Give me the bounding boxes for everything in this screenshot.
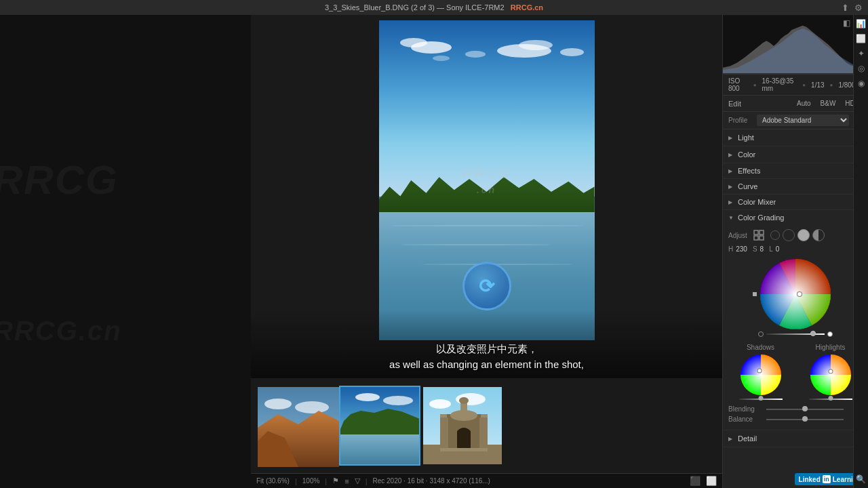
highlights-slider[interactable] bbox=[809, 399, 852, 400]
highlights-wheel-svg bbox=[809, 353, 852, 396]
playback-icon[interactable]: ⬜ bbox=[706, 476, 717, 486]
svg-point-11 bbox=[429, 399, 451, 409]
section-light-header[interactable]: ▶ Light 👁 bbox=[723, 129, 868, 146]
profile-select[interactable]: Adobe Standard bbox=[757, 115, 849, 126]
color-chevron: ▶ bbox=[728, 152, 735, 158]
color-mixer-chevron: ▶ bbox=[728, 199, 735, 205]
adjust-icon-half-bw[interactable] bbox=[812, 229, 825, 241]
titlebar: 3_3_Skies_Bluer_B.DNG (2 of 3) — Sony IL… bbox=[0, 0, 868, 15]
bw-tab[interactable]: B&W bbox=[818, 98, 839, 108]
sh-row: Shadows bbox=[728, 344, 863, 400]
light-chevron: ▶ bbox=[728, 135, 735, 141]
photo-canvas: RRCG .cn bbox=[379, 20, 595, 340]
highlights-label: Highlights bbox=[816, 344, 846, 351]
linkedin-text: Linked bbox=[799, 476, 821, 483]
filename-text: 3_3_Skies_Bluer_B.DNG (2 of 3) — Sony IL… bbox=[325, 3, 505, 12]
color-wheel-dot[interactable] bbox=[797, 291, 802, 297]
shadows-slider[interactable] bbox=[739, 399, 783, 400]
balance-thumb bbox=[802, 416, 808, 422]
auto-tab[interactable]: Auto bbox=[794, 98, 814, 108]
brand-text: RRCG.cn bbox=[511, 3, 543, 12]
crop-icon[interactable]: ⬜ bbox=[855, 33, 867, 45]
lum-max-indicator bbox=[827, 331, 833, 337]
zoom-pct-label: 100% bbox=[302, 477, 320, 485]
shadows-wheel[interactable] bbox=[739, 353, 783, 396]
masking-icon[interactable]: ◎ bbox=[855, 62, 867, 75]
section-color-mixer-header[interactable]: ▶ Color Mixer ●● bbox=[723, 195, 868, 209]
svg-rect-22 bbox=[754, 230, 758, 235]
svg-rect-24 bbox=[754, 236, 758, 240]
titlebar-icons: ⬆ ⚙ bbox=[842, 3, 863, 13]
cloud-5 bbox=[465, 51, 486, 58]
subtitle-en: as well as changing an element in the sh… bbox=[389, 359, 584, 370]
section-light: ▶ Light 👁 bbox=[723, 129, 868, 146]
color-wheel-svg bbox=[758, 257, 833, 331]
histogram-toggle-icon[interactable]: 📊 bbox=[855, 18, 867, 30]
settings-icon[interactable]: ⚙ bbox=[854, 3, 863, 13]
lum-slider-row bbox=[758, 331, 833, 337]
hsl-row: H 230 S 8 L 0 bbox=[728, 245, 863, 253]
svg-rect-17 bbox=[479, 418, 488, 448]
main-color-wheel[interactable] bbox=[758, 257, 833, 331]
zoom-search-icon[interactable]: 🔍 bbox=[855, 473, 867, 485]
filter-icon[interactable]: ▽ bbox=[355, 476, 360, 485]
list-icon[interactable]: ≡ bbox=[344, 477, 349, 485]
bg-watermark-2: RRCG.cn bbox=[0, 316, 122, 346]
hue-value: 230 bbox=[736, 245, 747, 253]
adjust-icon-small[interactable] bbox=[770, 230, 780, 240]
healing-icon[interactable]: ✦ bbox=[855, 47, 867, 60]
main-color-wheel-container bbox=[728, 257, 863, 340]
filmstrip-thumb-lake[interactable] bbox=[339, 386, 420, 466]
svg-point-7 bbox=[383, 396, 413, 405]
effects-chevron: ▶ bbox=[728, 168, 735, 174]
subtitle-overlay: 以及改变照片中元素， as well as changing an elemen… bbox=[251, 310, 722, 378]
thumb-desert-img bbox=[258, 387, 336, 464]
highlights-wheel[interactable] bbox=[809, 353, 852, 396]
lum-label: L bbox=[769, 245, 773, 253]
shutter1-value: 1/13 bbox=[811, 81, 824, 89]
section-color-grading: ▼ Color Grading ●● Adjust bbox=[723, 210, 868, 430]
profile-label: Profile bbox=[728, 117, 754, 124]
svg-rect-23 bbox=[760, 230, 764, 235]
blending-label: Blending bbox=[728, 405, 764, 413]
flag-icon[interactable]: ⚑ bbox=[332, 476, 339, 485]
water-reflection-2 bbox=[400, 244, 551, 245]
balance-label: Balance bbox=[728, 415, 764, 423]
blending-thumb bbox=[802, 406, 808, 411]
highlights-wheel-dot bbox=[828, 369, 833, 373]
section-effects-header[interactable]: ▶ Effects ●● bbox=[723, 163, 868, 178]
lake-svg bbox=[340, 387, 419, 464]
playback-stop-icon[interactable]: ⬛ bbox=[690, 476, 701, 486]
blending-slider[interactable] bbox=[766, 409, 844, 410]
adjust-icon-grid[interactable] bbox=[753, 229, 765, 241]
left-dark-panel: RRCG RRCG.cn CS CS bbox=[0, 15, 251, 488]
blending-row: Blending 50 bbox=[728, 405, 863, 413]
histogram-clipping-shadows[interactable]: ◧ bbox=[841, 18, 852, 28]
lum-slider[interactable] bbox=[766, 333, 825, 335]
sat-label: S bbox=[753, 245, 757, 253]
zoom-fit-label: Fit (30.6%) bbox=[256, 477, 290, 485]
wheel-marker-left bbox=[753, 292, 757, 296]
shadows-item: Shadows bbox=[728, 344, 793, 400]
filmstrip-thumb-building[interactable] bbox=[422, 386, 503, 466]
section-curve-header[interactable]: ▶ Curve ●● bbox=[723, 179, 868, 194]
section-effects: ▶ Effects ●● bbox=[723, 163, 868, 179]
cloud-6 bbox=[433, 56, 450, 61]
balance-slider[interactable] bbox=[766, 419, 844, 420]
section-detail-header[interactable]: ▶ Detail 👁 bbox=[723, 430, 868, 447]
bg-watermark-1: RRCG bbox=[0, 157, 119, 203]
hue-label: H bbox=[728, 245, 733, 253]
main-layout: RRCG RRCG.cn CS CS bbox=[0, 15, 868, 488]
water-reflection-1 bbox=[389, 225, 583, 226]
section-color-grading-header[interactable]: ▼ Color Grading ●● bbox=[723, 210, 868, 225]
curve-title: Curve bbox=[738, 182, 852, 190]
svg-point-20 bbox=[459, 397, 469, 404]
red-eye-icon[interactable]: ◉ bbox=[855, 77, 867, 89]
filmstrip-thumb-desert[interactable] bbox=[256, 386, 338, 466]
thumb-inner-desert bbox=[258, 387, 336, 464]
section-color-header[interactable]: ▶ Color 👁 bbox=[723, 146, 868, 163]
share-icon[interactable]: ⬆ bbox=[842, 3, 849, 13]
adjust-icon-full[interactable] bbox=[797, 229, 810, 241]
status-sep-1: | bbox=[295, 477, 297, 485]
adjust-icon-mid[interactable] bbox=[783, 229, 795, 241]
